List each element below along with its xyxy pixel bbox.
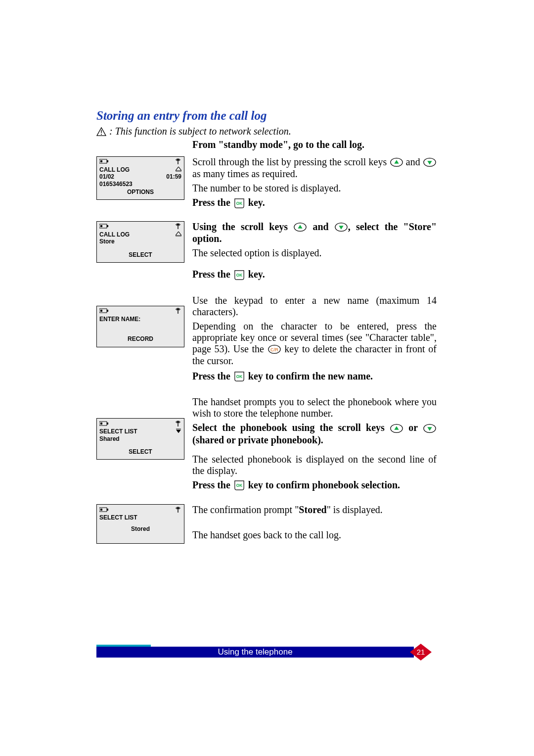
step1-text2: The number to be stored is displayed. [192, 183, 437, 194]
svg-rect-3 [107, 160, 108, 162]
ok-key-icon: OK [233, 480, 246, 491]
svg-text:OK: OK [236, 375, 242, 379]
step1-press: Press the OK key. [192, 197, 437, 209]
page-number-badge: 21 [410, 644, 432, 661]
svg-rect-14 [107, 225, 108, 227]
svg-text:OK: OK [236, 483, 242, 488]
lcd-line2-left: 01/02 [99, 173, 114, 180]
svg-text:21: 21 [417, 648, 425, 656]
battery-icon [99, 223, 109, 231]
lcd-line2-right: 01:59 [166, 173, 181, 180]
step4-text2: The selected phonebook is displayed on t… [192, 454, 437, 476]
t: key. [246, 269, 265, 280]
svg-rect-35 [107, 423, 108, 425]
t: Press the [192, 371, 233, 381]
network-note-row: : This function is subject to network se… [96, 126, 437, 137]
t: (shared or private phonebook). [192, 434, 323, 445]
signal-icon [175, 223, 181, 231]
clear-key-icon: C/R [267, 344, 281, 355]
ok-key-icon: OK [233, 270, 246, 281]
t: Press the [192, 479, 233, 490]
svg-point-1 [101, 134, 102, 135]
scroll-up-icon [390, 423, 403, 434]
t: The confirmation prompt " [192, 504, 299, 515]
svg-rect-46 [107, 509, 108, 511]
lcd-stored: SELECT LIST Stored [96, 504, 184, 544]
signal-icon [175, 158, 181, 166]
svg-rect-4 [100, 160, 102, 162]
lcd-softkey: OPTIONS [99, 189, 181, 195]
warning-icon [96, 127, 106, 136]
svg-text:OK: OK [236, 273, 242, 277]
step2-text2: The selected option is displayed. [192, 247, 437, 259]
step4-press: Press the OK key to confirm phonebook se… [192, 479, 437, 491]
step5-text1: The confirmation prompt "Stored" is disp… [192, 504, 437, 516]
step3-text1: Use the keypad to enter a new name (maxi… [192, 295, 437, 318]
svg-text:OK: OK [236, 201, 242, 206]
t: Using the scroll keys [192, 221, 293, 232]
step4-text1: Select the phonebook using the scroll ke… [192, 422, 437, 445]
battery-icon [99, 308, 109, 315]
svg-rect-36 [100, 423, 102, 425]
lcd-line1: ENTER NAME: [99, 316, 181, 323]
up-glyph-icon [176, 166, 181, 173]
lcd-line1: SELECT LIST [99, 428, 137, 435]
t: key to confirm phonebook selection. [246, 479, 400, 490]
lcd-enter-name: ENTER NAME: RECORD [96, 306, 184, 347]
lcd-store: CALL LOG Store SELECT [96, 221, 184, 263]
lcd-line1: CALL LOG [99, 231, 130, 238]
step1-text1: Scroll through the list by pressing the … [192, 156, 437, 180]
ok-key-icon: OK [233, 371, 246, 382]
step3-text2: Depending on the character to be entered… [192, 321, 437, 367]
network-note-text: : This function is subject to network se… [109, 126, 291, 137]
down-glyph-icon [176, 428, 181, 435]
step4-pre: The handset prompts you to select the ph… [192, 396, 437, 419]
t: Press the [192, 269, 233, 280]
signal-icon [175, 307, 181, 316]
t: as many times as required. [192, 168, 298, 179]
battery-icon [99, 507, 109, 514]
scroll-up-icon [390, 157, 403, 168]
t: and [403, 156, 423, 167]
scroll-down-icon [334, 222, 348, 233]
t: " is displayed. [327, 504, 383, 515]
battery-icon [99, 158, 109, 166]
signal-icon [175, 420, 181, 428]
scroll-down-icon [423, 157, 437, 168]
up-glyph-icon [176, 231, 181, 238]
svg-text:C/R: C/R [270, 347, 278, 352]
t: Select the phonebook using the scroll ke… [192, 422, 390, 433]
t: key. [246, 197, 265, 208]
svg-rect-26 [100, 310, 102, 312]
section-heading: Storing an entry from the call log [96, 109, 437, 123]
svg-rect-47 [100, 509, 102, 511]
step5-text2: The handset goes back to the call log. [192, 529, 437, 541]
t: Press the [192, 197, 233, 208]
footer-text: Using the telephone [96, 647, 414, 658]
lcd-call-log: CALL LOG 01/02 01:59 0165346523 OPTIONS [96, 156, 184, 200]
battery-icon [99, 421, 109, 428]
step2-press: Press the OK key. [192, 269, 437, 281]
intro-line: From "standby mode", go to the call log. [192, 139, 437, 150]
svg-rect-25 [107, 310, 108, 312]
lcd-line1: CALL LOG [99, 166, 130, 173]
lcd-select-list: SELECT LIST Shared SELECT [96, 418, 184, 460]
svg-rect-15 [100, 225, 102, 227]
t: key to confirm the new name. [246, 371, 373, 381]
lcd-softkey: SELECT [99, 251, 181, 258]
ok-key-icon: OK [233, 198, 246, 209]
lcd-line3: 0165346523 [99, 181, 181, 188]
scroll-up-icon [293, 222, 307, 233]
lcd-softkey: RECORD [99, 335, 181, 342]
step2-text1: Using the scroll keys and , select the "… [192, 221, 437, 244]
step3-press: Press the OK key to confirm the new name… [192, 371, 437, 382]
signal-icon [175, 506, 181, 515]
lcd-line2: Store [99, 238, 181, 245]
page-footer: Using the telephone 21 [96, 645, 437, 660]
lcd-mid: Stored [99, 525, 181, 532]
t: or [403, 422, 423, 433]
lcd-line1: SELECT LIST [99, 514, 181, 521]
t: Scroll through the list by pressing the … [192, 156, 390, 167]
t: and [307, 221, 334, 232]
stored-word: Stored [299, 504, 326, 515]
